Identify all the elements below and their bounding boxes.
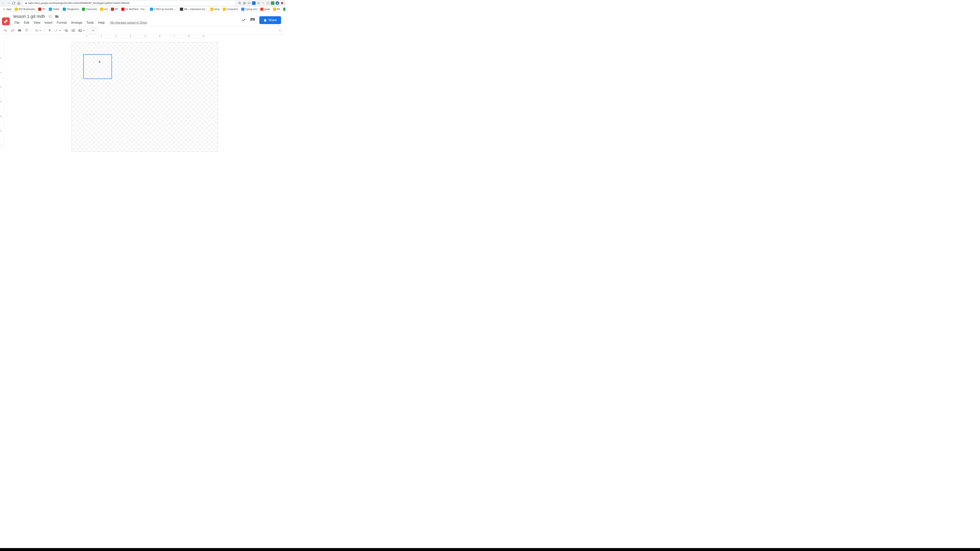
toolbar — [0, 27, 285, 35]
zoom-icon[interactable] — [238, 2, 242, 5]
bookmark-item[interactable]: sch — [99, 8, 109, 11]
ruler-tick: 5 — [145, 35, 146, 37]
bookmark-item[interactable]: Thingiverse — [62, 8, 80, 11]
ext-icon-3[interactable]: ✦ — [261, 2, 265, 5]
bookmark-item[interactable]: Twitter — [48, 8, 61, 11]
rectangle-shape-drag[interactable] — [83, 54, 112, 79]
line-tool[interactable] — [54, 28, 62, 33]
favicon — [260, 8, 263, 11]
move-folder-button[interactable] — [55, 14, 59, 19]
insert-comment-button[interactable] — [90, 28, 96, 33]
print-button[interactable] — [16, 28, 23, 33]
redo-button[interactable] — [10, 28, 16, 33]
browser-nav-bar: https://docs.google.com/drawings/d/1LBR-… — [0, 0, 285, 6]
bookmark-item[interactable]: Typing.com — [240, 8, 258, 11]
bookmark-item[interactable]: Classroom — [81, 8, 98, 11]
forward-button[interactable] — [7, 1, 11, 5]
bookmark-item[interactable]: 6th — [272, 8, 282, 11]
favicon — [82, 8, 85, 11]
zoom-dropdown[interactable] — [34, 28, 43, 33]
shield-icon[interactable] — [280, 2, 284, 5]
ruler-tick: 6 — [0, 130, 4, 132]
favicon — [223, 8, 226, 11]
svg-point-11 — [3, 10, 3, 10]
reload-button[interactable] — [12, 1, 16, 5]
ruler-tick: 1 — [0, 57, 4, 59]
back-button[interactable] — [2, 1, 5, 5]
chevron-down-icon — [83, 30, 85, 31]
menu-insert[interactable]: Insert — [43, 20, 54, 25]
svg-point-10 — [5, 9, 5, 9]
vertical-ruler[interactable]: 1234567 — [0, 35, 4, 156]
textbox-tool[interactable] — [70, 28, 76, 33]
menu-edit[interactable]: Edit — [22, 20, 31, 25]
bookmark-item[interactable]: gmail — [259, 8, 271, 11]
ext-icon-1[interactable] — [252, 2, 256, 5]
lock-icon — [25, 2, 27, 4]
horizontal-ruler[interactable]: 123456789 — [4, 35, 285, 38]
canvas-area: 123456789 1234567 + — [0, 35, 285, 156]
bookmark-item[interactable]: MT — [110, 8, 119, 11]
bookmark-item[interactable]: temp — [209, 8, 221, 11]
star-button[interactable] — [48, 14, 52, 19]
menu-format[interactable]: Format — [55, 20, 69, 25]
bookmark-item[interactable]: Z-REX by muzz64 -… — [149, 8, 178, 11]
image-tool[interactable] — [77, 28, 86, 33]
bookmark-item[interactable]: WO Bookmarks — [14, 8, 36, 11]
ruler-tick: 7 — [0, 144, 4, 146]
select-tool[interactable] — [47, 28, 53, 33]
cast-icon[interactable] — [247, 2, 251, 5]
bookmark-label: Silk – Interactive Ge… — [184, 8, 207, 11]
menu-file[interactable]: File — [13, 20, 22, 25]
favicon — [38, 8, 41, 11]
favicon — [121, 8, 124, 11]
star-icon[interactable] — [243, 2, 246, 5]
bookmark-label: gmail — [264, 8, 270, 11]
ruler-tick: 9 — [203, 35, 204, 37]
bookmark-label: 6th — [277, 8, 280, 11]
chevron-down-icon — [40, 30, 41, 31]
document-title[interactable]: lesson 1 gd mdh — [13, 14, 46, 19]
profile-avatar[interactable] — [275, 2, 279, 5]
home-button[interactable] — [17, 1, 21, 5]
menu-tools[interactable]: Tools — [84, 20, 95, 25]
drawings-logo[interactable] — [2, 17, 10, 25]
bookmark-item[interactable]: MT — [37, 8, 47, 11]
favicon — [150, 8, 153, 11]
ext-icon-4[interactable] — [266, 2, 270, 5]
bookmark-label: MT — [115, 8, 118, 11]
apps-launcher[interactable]: Apps — [2, 8, 13, 11]
ruler-tick: 1 — [86, 35, 88, 37]
bookmark-label: HL ModTech - You… — [125, 8, 147, 11]
undo-button[interactable] — [2, 28, 9, 33]
ext-icon-5[interactable] — [271, 2, 274, 5]
url-text: https://docs.google.com/drawings/d/1LBR-… — [28, 2, 129, 5]
bookmark-label: Computers — [227, 8, 238, 11]
ruler-tick: 2 — [101, 35, 102, 37]
ruler-tick: 4 — [130, 35, 131, 37]
collapse-toolbar-button[interactable] — [277, 28, 283, 33]
drawing-canvas[interactable]: + — [4, 38, 285, 156]
ext-icon-2[interactable] — [257, 2, 260, 5]
bookmark-item[interactable]: 6th — [282, 8, 285, 11]
svg-rect-15 — [6, 20, 8, 22]
bookmark-item[interactable]: Computers — [221, 8, 239, 11]
bookmark-label: Typing.com — [245, 8, 257, 11]
svg-point-4 — [277, 2, 278, 3]
bookmark-item[interactable]: Silk – Interactive Ge… — [179, 8, 208, 11]
menu-help[interactable]: Help — [96, 20, 107, 25]
comments-icon[interactable] — [250, 17, 255, 23]
activity-icon[interactable] — [240, 17, 246, 23]
menu-view[interactable]: View — [32, 20, 42, 25]
address-bar[interactable]: https://docs.google.com/drawings/d/1LBR-… — [23, 1, 235, 5]
chevron-down-icon — [59, 30, 61, 31]
menu-arrange[interactable]: Arrange — [69, 20, 84, 25]
share-button[interactable]: Share — [259, 16, 281, 24]
bookmark-item[interactable]: HL ModTech - You… — [120, 8, 148, 11]
save-status[interactable]: All changes saved in Drive — [108, 20, 149, 25]
svg-point-9 — [4, 9, 4, 9]
bookmark-label: temp — [214, 8, 220, 11]
shape-tool[interactable] — [63, 28, 69, 33]
favicon — [241, 8, 244, 11]
paint-format-button[interactable] — [24, 28, 30, 33]
